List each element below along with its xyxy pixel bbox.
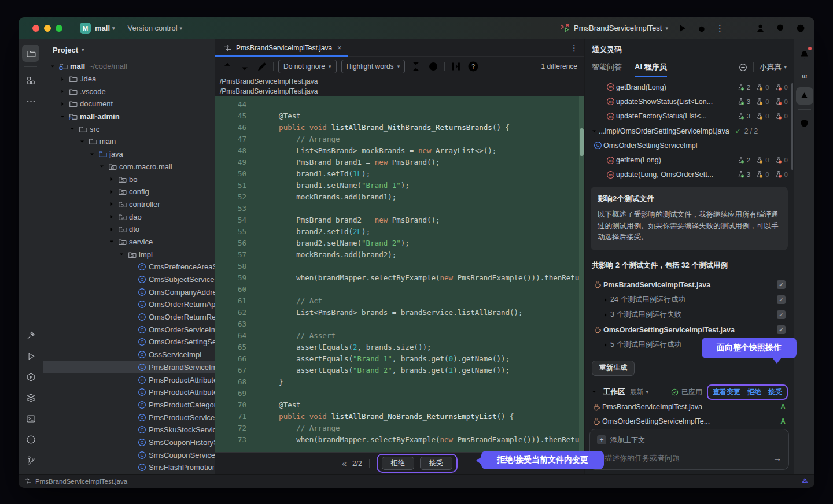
chevron-down-icon[interactable] [117,251,126,258]
chevron-down-icon[interactable] [87,151,97,158]
tree-item[interactable]: COmsOrderSettingSer [43,336,215,349]
tree-item[interactable]: .vscode [43,85,215,98]
ai-method-row[interactable]: mgetBrand(Long)✓2!0✕0 [585,80,794,94]
tree-item[interactable]: CPmsSkuStockServic [43,424,215,436]
reject-file-changes-button[interactable]: 拒绝 [382,457,414,470]
tree-item[interactable]: src [43,123,215,135]
tree-item[interactable]: COmsOrderServiceIm [43,323,215,336]
lingma-button[interactable] [796,87,813,105]
chat-input-box[interactable]: + 添加上下文 细描述你的任务或者问题 → [589,429,789,470]
tree-item[interactable]: COmsCompanyAddre [43,286,215,298]
run-configuration-select[interactable]: PmsBrandServiceImplTest▾ [559,23,668,34]
chevron-down-icon[interactable] [589,128,599,135]
checklist-sub-row[interactable]: 3 个测试用例运行失败✓ [587,307,791,323]
chevron-right-icon[interactable] [107,213,116,220]
chevron-right-icon[interactable] [58,101,67,108]
ai-tab-programmer[interactable]: AI 程序员 [635,57,667,77]
checkbox-checked[interactable]: ✓ [777,325,786,334]
tree-item[interactable]: COmsOrderReturnApp [43,298,215,311]
chevron-down-icon[interactable] [107,238,116,245]
tool-structure-button[interactable] [22,72,39,89]
tree-item[interactable]: CPmsProductAttribute [43,386,215,399]
workspace-file-row[interactable]: OmsOrderSettingServiceImplTe...A [585,414,794,429]
chevron-right-icon[interactable] [601,312,610,318]
next-difference-icon[interactable] [238,60,251,73]
workspace-filter-dropdown[interactable]: 最新▾ [630,387,649,397]
new-session-plus-icon[interactable] [739,63,747,72]
tree-item[interactable]: COmsOrderReturnRea [43,311,215,324]
tool-problems-button[interactable] [22,431,39,448]
ai-method-row[interactable]: mupdate(Long, OmsOrderSett...✓3!0✕0 [585,168,794,182]
tree-item[interactable]: CPmsProductServiceI [43,411,215,424]
tree-item[interactable]: CSmsCouponServiceI [43,449,215,461]
tree-item[interactable]: CPmsProductAttribute [43,373,215,386]
tree-item[interactable]: .idea [43,73,215,86]
tool-more-button[interactable] [22,92,39,110]
editor-tab[interactable]: PmsBrandServiceImplTest.java × [215,39,348,57]
vcs-menu[interactable]: Version control▾ [128,24,183,32]
bell-button[interactable] [796,46,813,63]
scrollbar-thumb[interactable] [580,128,584,156]
tree-item[interactable]: com.macro.mall [43,161,215,173]
regenerate-button[interactable]: 重新生成 [592,361,635,376]
tree-item[interactable]: controller [43,198,215,211]
accept-file-changes-button[interactable]: 接受 [420,457,452,470]
chat-input-placeholder[interactable]: 细描述你的任务或者问题 [597,453,680,464]
chevron-down-icon[interactable] [48,63,57,70]
chevron-down-icon[interactable] [68,125,77,132]
tree-item[interactable]: dto [43,223,215,236]
send-arrow-icon[interactable]: → [773,453,782,463]
chevron-right-icon[interactable] [107,201,116,207]
search-icon[interactable] [775,23,787,34]
previous-difference-icon[interactable] [221,60,234,73]
project-menu[interactable]: mall▾ [95,24,115,32]
minimize-window-button[interactable] [44,25,51,32]
highlight-policy-dropdown[interactable]: Highlight words▾ [341,60,406,73]
workspace-action-view-changes[interactable]: 查看变更 [713,387,740,397]
collapse-unchanged-icon[interactable] [410,60,422,73]
ai-tab-chat[interactable]: 智能问答 [592,57,622,77]
checkbox-checked[interactable]: ✓ [777,310,786,319]
tree-item[interactable]: bo [43,173,215,186]
checklist-file-row[interactable]: OmsOrderSettingServiceImplTest.java✓ [587,323,791,338]
tool-build-button[interactable] [22,327,39,344]
code-with-me-icon[interactable] [755,23,767,34]
tool-run-button[interactable] [22,347,39,365]
tree-item[interactable]: config [43,186,215,198]
zoom-window-button[interactable] [56,25,62,32]
tool-layers-button[interactable] [22,389,39,406]
checkbox-checked[interactable]: ✓ [777,295,786,304]
tree-item[interactable]: main [43,135,215,148]
chevron-right-icon[interactable] [601,297,610,303]
add-context-button[interactable]: + 添加上下文 [597,435,782,445]
tree-item[interactable]: mall-admin [43,110,215,123]
lingma-icon[interactable] [801,477,809,485]
run-button[interactable] [676,23,688,34]
tree-item[interactable]: CPmsProductCategor [43,399,215,412]
panel-scrollbar[interactable] [791,83,793,170]
chevron-down-icon[interactable] [58,113,67,120]
tool-terminal-button[interactable] [22,410,39,427]
tool-folder-button[interactable] [22,45,39,62]
chevron-right-icon[interactable] [107,188,116,195]
tree-item[interactable]: impl [43,248,215,261]
tree-item[interactable]: COssServiceImpl [43,349,215,361]
tool-branch-button[interactable] [22,451,39,469]
more-actions-icon[interactable]: ⋮ [716,23,724,34]
swap-sides-icon[interactable] [449,60,462,73]
tool-services-button[interactable] [22,368,39,386]
checklist-file-row[interactable]: PmsBrandServiceImplTest.java✓ [587,277,791,292]
m-logo-button[interactable]: m [796,66,813,84]
debug-button[interactable] [696,23,707,34]
tree-item[interactable]: CCmsSubjectServiceI [43,273,215,286]
tree-item[interactable]: CSmsCouponHistoryS [43,436,215,449]
persona-dropdown[interactable]: 小真真▾ [760,62,787,72]
help-icon[interactable]: ? [467,60,480,73]
chevron-right-icon[interactable] [601,342,610,349]
settings-gear-icon[interactable] [795,23,806,34]
ai-method-row[interactable]: mgetItem(Long)✓2!0✕0 [585,153,794,167]
chevron-down-icon[interactable] [589,388,599,395]
tree-item[interactable]: document [43,98,215,110]
checkbox-checked[interactable]: ✓ [777,280,786,289]
workspace-action-reject[interactable]: 拒绝 [747,387,761,397]
